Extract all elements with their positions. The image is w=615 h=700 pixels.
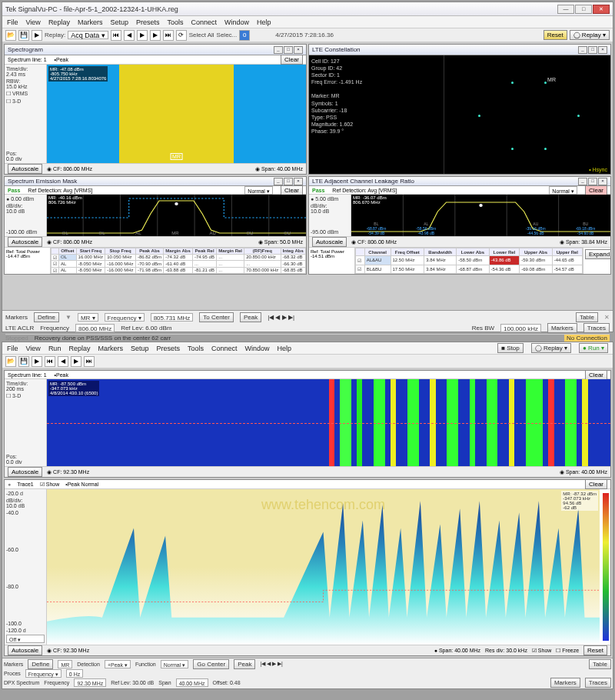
panel-min-icon[interactable]: _	[274, 46, 283, 54]
freq-select2[interactable]: Frequency ▾	[25, 669, 62, 678]
panel-max-icon[interactable]: □	[284, 46, 293, 54]
loop-icon[interactable]: ⟳	[176, 30, 187, 41]
menu-item[interactable]: Setup	[110, 18, 128, 26]
clear-button[interactable]: Clear	[585, 370, 607, 380]
play-icon[interactable]: ▶	[32, 30, 42, 41]
frequency-select[interactable]: Frequency ▾	[105, 313, 145, 322]
autoscale-button[interactable]: Autoscale	[8, 237, 42, 247]
acq-select[interactable]: Acq Data ▾	[68, 31, 108, 39]
menu-item[interactable]: Presets	[156, 345, 180, 352]
min-button[interactable]: —	[557, 5, 574, 14]
menu-item[interactable]: File	[7, 345, 18, 352]
define-button[interactable]: Define	[28, 659, 53, 669]
next-icon[interactable]: ⏭	[163, 30, 174, 41]
peak-button[interactable]: Peak	[240, 312, 261, 322]
function-select[interactable]: Normal ▾	[161, 660, 189, 668]
panel-min-icon[interactable]: _	[274, 178, 283, 185]
show-check[interactable]: ☑ Show	[40, 482, 59, 488]
spectrogram-plot[interactable]: MR: -47.08 dBm -805.750 kHz 4/27/2015 7:…	[47, 65, 306, 163]
menu-item[interactable]: Help	[257, 18, 271, 26]
to-center-button[interactable]: To Center	[199, 312, 234, 322]
replay-dropdown[interactable]: ◯ Replay ▾	[570, 30, 610, 40]
autoscale-button[interactable]: Autoscale	[312, 237, 347, 247]
freq-value3[interactable]: 0 Hz	[66, 669, 83, 678]
run-button[interactable]: ● Run ▾	[579, 343, 608, 353]
traces-button[interactable]: Traces	[585, 678, 611, 688]
save-icon[interactable]: 💾	[18, 356, 29, 367]
open-icon[interactable]: 📂	[5, 356, 16, 367]
close-button[interactable]: ✕	[593, 5, 610, 14]
autoscale-button[interactable]: Autoscale	[8, 164, 42, 174]
panel-max-icon[interactable]: □	[284, 178, 293, 185]
table-row[interactable]: ☑AL-8.050 MHz-16.000 MHz-70.90 dBm-61.40…	[52, 261, 306, 267]
step-back-icon[interactable]: ◀	[124, 30, 135, 41]
sem-plot[interactable]: MR: -40.16 dBm 806.726 MHz OLOLALMRAUOUO…	[47, 195, 306, 236]
markers-button[interactable]: Markers	[550, 678, 580, 688]
table-button[interactable]: Table	[576, 312, 598, 322]
select-all-label[interactable]: Select All	[189, 32, 214, 38]
span-value[interactable]: 40.00 MHz	[176, 678, 208, 687]
panel-min-icon[interactable]: _	[578, 178, 587, 185]
freeze-check[interactable]: ☐ Freeze	[556, 648, 579, 654]
icon[interactable]: ⏭	[84, 356, 95, 367]
mr-select[interactable]: MR ▾	[78, 313, 98, 322]
menu-item[interactable]: Markers	[78, 18, 103, 26]
menu-item[interactable]: File	[7, 18, 18, 26]
spectrogram-plot2[interactable]: MR: -87.500 dBm -347.073 kHz 4/8/2014 43…	[47, 379, 610, 466]
autoscale-button[interactable]: Autoscale	[8, 645, 42, 655]
mr-select[interactable]: MR	[58, 660, 72, 668]
panel-close-icon[interactable]: ×	[598, 178, 607, 185]
menu-item[interactable]: Presets	[136, 18, 160, 26]
rbw-value[interactable]: 100.000 kHz	[500, 324, 541, 332]
icon[interactable]: ◀	[58, 356, 68, 367]
table-row[interactable]: ☑BL&BU17.50 MHz3.84 MHz-68.87 dBm-54.36 …	[356, 265, 583, 273]
panel-max-icon[interactable]: □	[588, 46, 597, 54]
replay-button[interactable]: ◯ Replay ▾	[531, 343, 571, 353]
freq-value[interactable]: 805.731 MHz	[151, 313, 194, 322]
clear-button[interactable]: Clear	[585, 185, 607, 195]
table-button[interactable]: Table	[589, 659, 611, 669]
gocenter-button[interactable]: Go Center	[193, 659, 229, 669]
normal-select[interactable]: Normal ▾	[549, 186, 577, 195]
table-row[interactable]: ☑AL-8.050 MHz-16.000 MHz-71.98 dBm-63.88…	[52, 267, 306, 273]
menu-item[interactable]: Tools	[167, 18, 183, 26]
clear-button[interactable]: Clear	[585, 479, 607, 489]
prev-icon[interactable]: ⏮	[111, 30, 121, 41]
select-label[interactable]: Selec...	[217, 32, 238, 38]
freq-value2[interactable]: 806.00 MHz	[75, 324, 115, 332]
show-check2[interactable]: ☑ Show	[532, 648, 551, 654]
play2-icon[interactable]: ▶	[137, 30, 148, 41]
menu-item[interactable]: Replay	[68, 345, 90, 352]
3d-check[interactable]: ☐ 3-D	[6, 98, 45, 105]
menu-item[interactable]: Help	[278, 345, 292, 352]
stop-button[interactable]: ■ Stop	[497, 343, 524, 353]
3d-check[interactable]: ☐ 3-D	[6, 393, 45, 399]
menu-item[interactable]: Run	[48, 345, 62, 352]
reset-button[interactable]: Reset	[544, 30, 567, 40]
expand-button[interactable]: Expand	[585, 249, 610, 259]
clear-button[interactable]: Clear	[281, 185, 303, 195]
menu-item[interactable]: Window	[224, 18, 249, 26]
freq-value[interactable]: 92.30 MHz	[74, 678, 106, 687]
markers-button[interactable]: Markers	[547, 323, 577, 333]
vrms-check[interactable]: ☐ VRMS	[6, 91, 45, 97]
panel-close-icon[interactable]: ×	[598, 46, 607, 54]
panel-max-icon[interactable]: □	[588, 178, 597, 185]
menu-item[interactable]: View	[26, 18, 41, 26]
detection-select[interactable]: +Peak ▾	[105, 660, 131, 668]
titlebar[interactable]: Tek SignalVu-PC - file-Apr-5-1_2002-1232…	[2, 2, 613, 16]
icon[interactable]: ▶	[71, 356, 81, 367]
icon[interactable]: ▶	[32, 356, 42, 367]
panel-min-icon[interactable]: _	[578, 46, 587, 54]
constellation-plot[interactable]: MR • Hsync	[444, 55, 610, 174]
reset-button[interactable]: Reset	[583, 645, 607, 655]
max-button[interactable]: □	[575, 5, 592, 14]
define-button[interactable]: Define	[34, 312, 59, 322]
menu-item[interactable]: View	[26, 345, 41, 352]
menu-item[interactable]: Markers	[98, 345, 123, 352]
table-row[interactable]: ☑AL&AU12.50 MHz3.84 MHz-58.50 dBm-43.86 …	[356, 256, 583, 265]
marker-mr[interactable]: MR	[170, 153, 183, 160]
step-fwd-icon[interactable]: ▶	[150, 30, 161, 41]
menu-item[interactable]: Replay	[48, 18, 70, 26]
save-icon[interactable]: 💾	[18, 30, 29, 41]
